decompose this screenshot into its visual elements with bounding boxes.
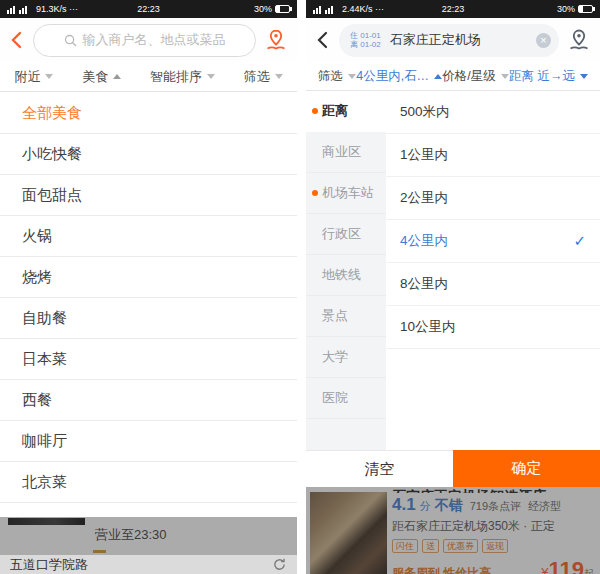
option-2km[interactable]: 2公里内 (386, 177, 600, 220)
search-header: 住 01-01 离 01-02 石家庄正定机场 × (306, 18, 600, 62)
filter-footer: 清空 确定 (306, 450, 600, 487)
search-header: 输入商户名、地点或菜品 (0, 18, 297, 62)
distance-options-list: 500米内 1公里内 2公里内 4公里内 ✓ 8公里内 10公里内 (386, 91, 600, 450)
category-beijing[interactable]: 北京菜 (0, 462, 297, 503)
battery-icon (275, 5, 290, 13)
dimmed-street-row: 五道口学院路 (0, 555, 297, 574)
clear-button[interactable]: 清空 (306, 450, 453, 487)
filter-tab-bar: 附近 美食 智能排序 筛选 (0, 62, 297, 92)
tab-label: 筛选 (244, 68, 270, 86)
sidebar-item-metro-line[interactable]: 地铁线 (306, 255, 386, 296)
active-dot-icon (312, 190, 318, 196)
clock: 22:23 (137, 4, 160, 14)
chevron-up-icon (113, 74, 121, 79)
screen: 91.3K/s ··· 22:23 30% 输入商户名、地点或菜品 (0, 0, 600, 574)
tag: 优惠券 (443, 539, 478, 553)
signal-icon (7, 4, 33, 14)
category-bakery[interactable]: 面包甜点 (0, 175, 297, 216)
tag: 闪住 (392, 539, 418, 553)
hotel-tags: 闪住 送 优惠券 返现 (392, 539, 594, 553)
clear-search-icon[interactable]: × (536, 33, 551, 48)
sidebar-item-airport-station[interactable]: 机场车站 (306, 173, 386, 214)
category-all-food[interactable]: 全部美食 (0, 93, 297, 134)
signal-icon (313, 4, 339, 14)
restaurant-thumbnail (8, 518, 85, 525)
option-10km[interactable]: 10公里内 (386, 306, 600, 349)
category-bbq[interactable]: 烧烤 (0, 257, 297, 298)
active-dot-icon (312, 108, 318, 114)
rating-score: 4.1 (392, 495, 416, 515)
tab-filter[interactable]: 筛选 (244, 68, 283, 86)
sidebar-item-distance[interactable]: 距离 (306, 91, 386, 132)
hotel-app-panel: 2.44K/s ··· 22:23 30% 住 01-01 离 01-02 石家… (306, 0, 600, 574)
battery-percent: 30% (254, 4, 272, 14)
hotel-name-clipped: 石家庄正定机场智选酒店 (392, 487, 594, 493)
sidebar-item-business-area[interactable]: 商业区 (306, 132, 386, 173)
battery-percent: 30% (557, 4, 575, 14)
chevron-down-icon (501, 74, 509, 79)
tab-label: 美食 (82, 68, 108, 86)
rating-unit: 分 (420, 499, 431, 514)
check-icon: ✓ (573, 232, 586, 250)
chevron-down-icon (207, 74, 215, 79)
option-500m[interactable]: 500米内 (386, 91, 600, 134)
refresh-icon[interactable] (272, 557, 287, 572)
category-buffet[interactable]: 自助餐 (0, 298, 297, 339)
back-icon[interactable] (9, 30, 25, 50)
chevron-down-icon (580, 74, 588, 79)
tag: 送 (422, 539, 439, 553)
filter-button[interactable]: 筛选 (318, 68, 356, 85)
battery-icon (578, 5, 593, 13)
price-star-filter-button[interactable]: 价格/星级 (442, 68, 508, 85)
sort-button[interactable]: 距离 近→远 (509, 68, 588, 85)
tab-smart-sort[interactable]: 智能排序 (150, 68, 215, 86)
sidebar-item-hospital[interactable]: 医院 (306, 378, 386, 419)
search-input[interactable]: 输入商户名、地点或菜品 (33, 24, 256, 57)
tab-food[interactable]: 美食 (82, 68, 121, 86)
category-japanese[interactable]: 日本菜 (0, 339, 297, 380)
sidebar-item-district[interactable]: 行政区 (306, 214, 386, 255)
back-icon[interactable] (315, 30, 331, 50)
clock: 22:23 (442, 4, 465, 14)
stay-dates-badge[interactable]: 住 01-01 离 01-02 (350, 31, 381, 49)
food-app-panel: 91.3K/s ··· 22:23 30% 输入商户名、地点或菜品 (0, 0, 297, 574)
review-count: 719条点评 (470, 499, 521, 514)
hotel-search-input[interactable]: 住 01-01 离 01-02 石家庄正定机场 × (339, 24, 559, 57)
status-bar: 91.3K/s ··· 22:23 30% (0, 0, 297, 18)
option-4km[interactable]: 4公里内 ✓ (386, 220, 600, 263)
distance-filter-button[interactable]: 4公里内,石… (356, 68, 442, 85)
tab-nearby[interactable]: 附近 (14, 68, 53, 86)
tab-label: 附近 (14, 68, 40, 86)
hotel-highlight: 服务周到 性价比高 (392, 565, 491, 574)
network-speed: 91.3K/s ··· (36, 4, 78, 14)
hotel-price: ¥119起 (541, 557, 594, 574)
category-cafe[interactable]: 咖啡厅 (0, 421, 297, 462)
street-label: 五道口学院路 (10, 556, 88, 574)
rating-word: 不错 (435, 497, 463, 515)
status-bar: 2.44K/s ··· 22:23 30% (306, 0, 600, 18)
filter-sidebar: 距离 商业区 机场车站 行政区 地铁线 景点 大学 医院 (306, 91, 386, 450)
category-snacks[interactable]: 小吃快餐 (0, 134, 297, 175)
category-dropdown-list: 全部美食 小吃快餐 面包甜点 火锅 烧烤 自助餐 日本菜 西餐 咖啡厅 北京菜 (0, 93, 297, 503)
hotel-type: 经济型 (528, 499, 561, 514)
network-speed: 2.44K/s ··· (342, 4, 384, 14)
option-1km[interactable]: 1公里内 (386, 134, 600, 177)
open-until-text: 营业至23:30 (95, 526, 167, 544)
search-icon (64, 34, 77, 47)
tab-label: 智能排序 (150, 68, 202, 86)
category-western[interactable]: 西餐 (0, 380, 297, 421)
sidebar-item-attraction[interactable]: 景点 (306, 296, 386, 337)
sidebar-item-university[interactable]: 大学 (306, 337, 386, 378)
option-8km[interactable]: 8公里内 (386, 263, 600, 306)
chevron-down-icon (45, 74, 53, 79)
confirm-button[interactable]: 确定 (453, 450, 600, 487)
tag: 返现 (482, 539, 508, 553)
hotel-rating-row: 4.1 分 不错 719条点评 经济型 (392, 495, 594, 515)
map-pin-icon[interactable] (264, 28, 288, 52)
category-hotpot[interactable]: 火锅 (0, 216, 297, 257)
chevron-up-icon (434, 74, 442, 79)
dimmed-hotel-card[interactable]: 石家庄正定机场智选酒店 4.1 分 不错 719条点评 经济型 距石家庄正定机场… (306, 487, 600, 574)
hotel-distance-info: 距石家庄正定机场350米 · 正定 (392, 518, 594, 535)
hotel-filter-bar: 筛选 4公里内,石… 价格/星级 距离 近→远 (306, 62, 600, 91)
map-pin-icon[interactable] (567, 28, 591, 52)
